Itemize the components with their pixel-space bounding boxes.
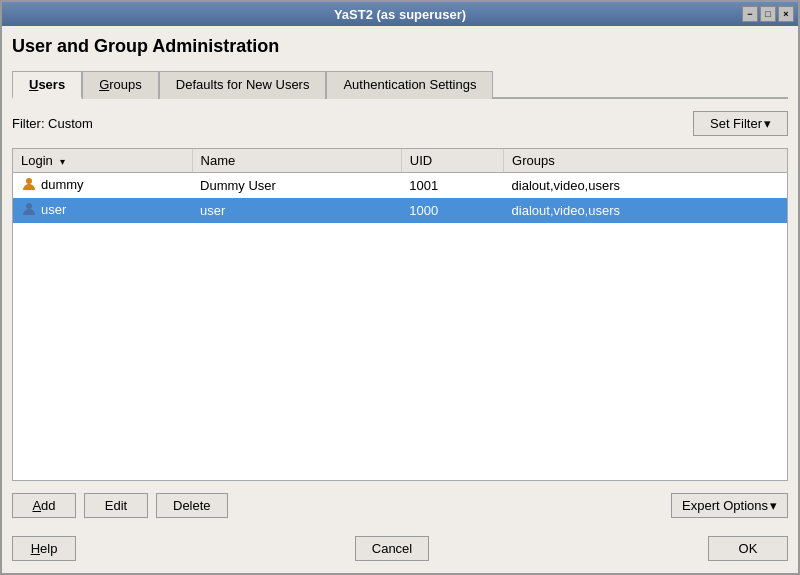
edit-label: Edit [105, 498, 127, 513]
footer-center: Cancel [355, 536, 429, 561]
cancel-button[interactable]: Cancel [355, 536, 429, 561]
table-header-row: Login ▾ Name UID Groups [13, 149, 787, 173]
footer-left: Help [12, 536, 76, 561]
edit-button[interactable]: Edit [84, 493, 148, 518]
footer-right: OK [708, 536, 788, 561]
main-window: YaST2 (as superuser) − □ × User and Grou… [0, 0, 800, 575]
help-label: elp [40, 541, 57, 556]
tab-defaults-label: Defaults for New Users [176, 77, 310, 92]
user-avatar-icon: user [21, 201, 66, 217]
expert-options-label: Expert Options [682, 498, 768, 513]
col-name-label: Name [201, 153, 236, 168]
tab-defaults[interactable]: Defaults for New Users [159, 71, 327, 99]
cancel-label: Cancel [372, 541, 412, 556]
table-row[interactable]: dummy Dummy User1001dialout,video,users [13, 173, 787, 199]
tab-auth[interactable]: Authentication Settings [326, 71, 493, 99]
user-avatar-icon: dummy [21, 176, 84, 192]
col-name[interactable]: Name [192, 149, 401, 173]
page-title: User and Group Administration [12, 36, 788, 57]
tab-users[interactable]: Users [12, 71, 82, 99]
bottom-toolbar: Add Edit Delete Expert Options ▾ [12, 489, 788, 522]
close-button[interactable]: × [778, 6, 794, 22]
tab-bar: Users Groups Defaults for New Users Auth… [12, 69, 788, 99]
users-table: Login ▾ Name UID Groups [13, 149, 787, 223]
action-buttons: Add Edit Delete [12, 493, 228, 518]
titlebar: YaST2 (as superuser) − □ × [2, 2, 798, 26]
tab-groups-label: roups [109, 77, 142, 92]
col-groups-label: Groups [512, 153, 555, 168]
delete-button[interactable]: Delete [156, 493, 228, 518]
table-row[interactable]: user user1000dialout,video,users [13, 198, 787, 223]
col-login-label: Login [21, 153, 53, 168]
minimize-button[interactable]: − [742, 6, 758, 22]
expert-dropdown-icon: ▾ [770, 498, 777, 513]
set-filter-label: Set Filter [710, 116, 762, 131]
col-groups[interactable]: Groups [504, 149, 787, 173]
window-title: YaST2 (as superuser) [334, 7, 466, 22]
add-label: dd [41, 498, 55, 513]
ok-label: OK [739, 541, 758, 556]
col-uid-label: UID [410, 153, 432, 168]
col-login[interactable]: Login ▾ [13, 149, 192, 173]
sort-icon: ▾ [60, 156, 65, 167]
window-body: User and Group Administration Users Grou… [2, 26, 798, 573]
svg-point-0 [26, 178, 32, 184]
users-table-container: Login ▾ Name UID Groups [12, 148, 788, 481]
tab-users-label: sers [38, 77, 65, 92]
set-filter-dropdown-icon: ▾ [764, 116, 771, 131]
tab-groups[interactable]: Groups [82, 71, 159, 99]
ok-button[interactable]: OK [708, 536, 788, 561]
tab-auth-label: Authentication Settings [343, 77, 476, 92]
filter-label: Filter: Custom [12, 116, 93, 131]
col-uid[interactable]: UID [401, 149, 503, 173]
svg-point-1 [26, 203, 32, 209]
delete-label: Delete [173, 498, 211, 513]
maximize-button[interactable]: □ [760, 6, 776, 22]
help-underline: H [31, 541, 40, 556]
filter-bar: Filter: Custom Set Filter ▾ [12, 107, 788, 140]
add-underline: A [32, 498, 41, 513]
add-button[interactable]: Add [12, 493, 76, 518]
set-filter-button[interactable]: Set Filter ▾ [693, 111, 788, 136]
footer-bar: Help Cancel OK [12, 530, 788, 563]
help-button[interactable]: Help [12, 536, 76, 561]
window-controls: − □ × [742, 6, 794, 22]
expert-options-button[interactable]: Expert Options ▾ [671, 493, 788, 518]
